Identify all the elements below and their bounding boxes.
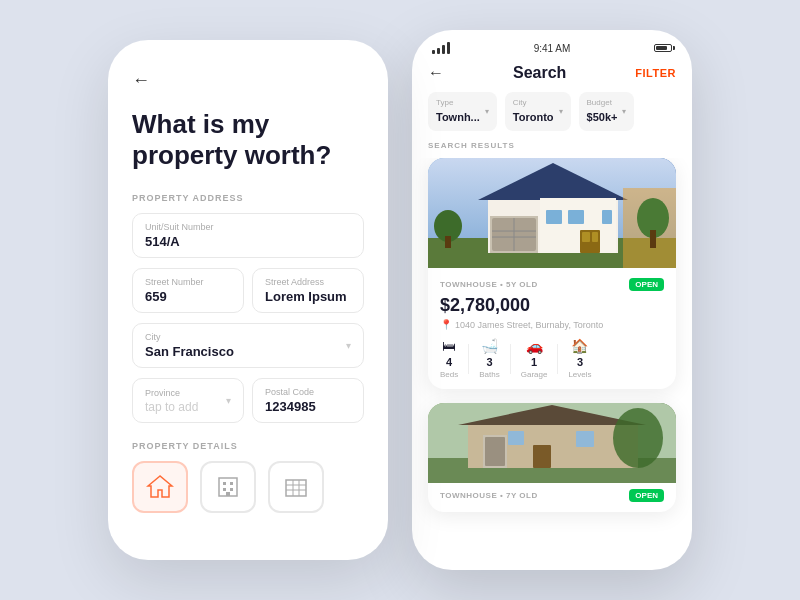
- svg-rect-39: [576, 431, 594, 447]
- garage-icon: 🚗: [526, 338, 543, 354]
- type-filter-label: Type: [436, 98, 480, 107]
- city-filter-label: City: [513, 98, 554, 107]
- postal-label: Postal Code: [265, 387, 351, 397]
- svg-rect-22: [582, 232, 590, 242]
- postal-value: 1234985: [265, 399, 351, 414]
- house-icon-box[interactable]: [132, 461, 188, 513]
- open-badge-1: OPEN: [629, 278, 664, 291]
- svg-point-41: [613, 408, 663, 468]
- property-card-1[interactable]: TOWNHOUSE • 5Y OLD OPEN $2,780,000 📍 104…: [428, 158, 676, 389]
- levels-feature: 🏠 3 Levels: [568, 338, 591, 379]
- property-card-2[interactable]: TOWNHOUSE • 7Y OLD OPEN: [428, 403, 676, 512]
- type-filter-value: Townh...: [436, 111, 480, 123]
- svg-rect-26: [602, 210, 612, 224]
- apartment-icon-box[interactable]: [268, 461, 324, 513]
- street-number-value: 659: [145, 289, 231, 304]
- type-filter-arrow: ▾: [485, 107, 489, 116]
- levels-icon: 🏠: [571, 338, 588, 354]
- svg-rect-40: [508, 431, 524, 445]
- unit-value: 514/A: [145, 234, 351, 249]
- baths-label: Baths: [479, 370, 499, 379]
- results-list: TOWNHOUSE • 5Y OLD OPEN $2,780,000 📍 104…: [412, 158, 692, 570]
- property-type-2: TOWNHOUSE • 7Y OLD: [440, 491, 538, 500]
- property-address-label: PROPERTY ADDRESS: [132, 193, 364, 203]
- city-filter-value: Toronto: [513, 111, 554, 123]
- city-value: San Francisco: [145, 344, 346, 359]
- province-label: Province: [145, 388, 226, 398]
- unit-field[interactable]: Unit/Suit Number 514/A: [132, 213, 364, 258]
- property-image-1: [428, 158, 676, 268]
- type-filter-chip[interactable]: Type Townh... ▾: [428, 92, 497, 131]
- city-dropdown-icon: ▾: [346, 340, 351, 351]
- beds-label: Beds: [440, 370, 458, 379]
- signal-icon: [432, 42, 450, 54]
- svg-rect-24: [546, 210, 562, 224]
- svg-rect-20: [540, 198, 616, 253]
- province-field[interactable]: Province tap to add ▾: [132, 378, 244, 423]
- svg-rect-5: [226, 492, 230, 496]
- levels-value: 3: [577, 356, 583, 368]
- budget-filter-chip[interactable]: Budget $50k+ ▾: [579, 92, 635, 131]
- street-address-value: Lorem Ipsum: [265, 289, 351, 304]
- divider-3: [557, 344, 558, 374]
- status-bar: 9:41 AM: [412, 30, 692, 58]
- search-screen-title: Search: [513, 64, 566, 82]
- beds-feature: 🛏 4 Beds: [440, 338, 458, 379]
- svg-rect-25: [568, 210, 584, 224]
- garage-feature: 🚗 1 Garage: [521, 338, 548, 379]
- levels-label: Levels: [568, 370, 591, 379]
- property-price-1: $2,780,000: [440, 295, 664, 316]
- city-label: City: [145, 332, 346, 342]
- garage-label: Garage: [521, 370, 548, 379]
- budget-filter-arrow: ▾: [622, 107, 626, 116]
- svg-rect-38: [533, 445, 551, 468]
- svg-rect-29: [445, 236, 451, 248]
- property-address-1: 1040 James Street, Burnaby, Toronto: [455, 320, 603, 330]
- property-image-2: [428, 403, 676, 483]
- card-body-2: TOWNHOUSE • 7Y OLD OPEN: [428, 483, 676, 512]
- city-filter-chip[interactable]: City Toronto ▾: [505, 92, 571, 131]
- divider-2: [510, 344, 511, 374]
- budget-filter-value: $50k+: [587, 111, 618, 123]
- results-label: SEARCH RESULTS: [412, 141, 692, 158]
- card-body-1: TOWNHOUSE • 5Y OLD OPEN $2,780,000 📍 104…: [428, 268, 676, 389]
- svg-rect-6: [286, 480, 306, 496]
- svg-rect-1: [223, 482, 226, 485]
- location-icon-1: 📍: [440, 319, 452, 330]
- svg-rect-37: [485, 437, 505, 466]
- street-number-field[interactable]: Street Number 659: [132, 268, 244, 313]
- province-placeholder: tap to add: [145, 400, 226, 414]
- province-dropdown-icon: ▾: [226, 395, 231, 406]
- unit-label: Unit/Suit Number: [145, 222, 351, 232]
- back-button-right[interactable]: ←: [428, 64, 444, 82]
- left-phone: ← What is my property worth? PROPERTY AD…: [108, 40, 388, 560]
- garage-value: 1: [531, 356, 537, 368]
- divider-1: [468, 344, 469, 374]
- bath-icon: 🛁: [481, 338, 498, 354]
- property-type-icons: [132, 461, 364, 513]
- budget-filter-label: Budget: [587, 98, 618, 107]
- property-type-1: TOWNHOUSE • 5Y OLD: [440, 280, 538, 289]
- svg-rect-2: [230, 482, 233, 485]
- filter-button[interactable]: FILTER: [635, 67, 676, 79]
- baths-value: 3: [486, 356, 492, 368]
- bed-icon: 🛏: [442, 338, 456, 354]
- baths-feature: 🛁 3 Baths: [479, 338, 499, 379]
- street-address-label: Street Address: [265, 277, 351, 287]
- status-time: 9:41 AM: [534, 43, 571, 54]
- back-button-left[interactable]: ←: [132, 70, 364, 91]
- postal-field[interactable]: Postal Code 1234985: [252, 378, 364, 423]
- main-title: What is my property worth?: [132, 109, 364, 171]
- city-filter-arrow: ▾: [559, 107, 563, 116]
- filters-row: Type Townh... ▾ City Toronto ▾ Budget $5…: [412, 92, 692, 141]
- city-field[interactable]: City San Francisco ▾: [132, 323, 364, 368]
- street-address-field[interactable]: Street Address Lorem Ipsum: [252, 268, 364, 313]
- open-badge-2: OPEN: [629, 489, 664, 502]
- search-header: ← Search FILTER: [412, 58, 692, 92]
- battery-icon: [654, 44, 672, 52]
- svg-rect-4: [230, 488, 233, 491]
- svg-rect-31: [650, 230, 656, 248]
- beds-value: 4: [446, 356, 452, 368]
- street-number-label: Street Number: [145, 277, 231, 287]
- building-icon-box[interactable]: [200, 461, 256, 513]
